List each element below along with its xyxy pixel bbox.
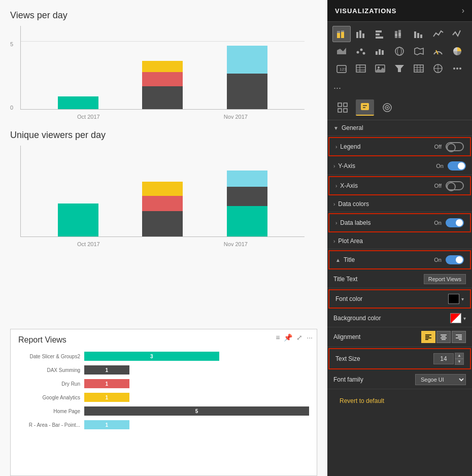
revert-section: Revert to default: [327, 389, 472, 413]
viz-icon-card[interactable]: 123: [332, 60, 351, 77]
more-viz-icons[interactable]: ···: [327, 81, 472, 95]
font-color-dropdown[interactable]: ▾: [461, 296, 464, 302]
chevron-general: ▼: [333, 125, 339, 131]
align-center-btn[interactable]: [436, 331, 451, 343]
viz-icon-more[interactable]: [448, 60, 466, 77]
tab-analytics[interactable]: [378, 99, 396, 116]
tab-format[interactable]: [356, 99, 374, 116]
viz-panel-collapse[interactable]: ›: [462, 6, 464, 15]
report-bar-row-6: R - Area - Bar - Point... 1: [18, 419, 309, 430]
section-y-axis[interactable]: › Y-Axis On: [327, 157, 472, 175]
font-family-select[interactable]: Segoe UI Arial Calibri: [415, 374, 466, 385]
report-pin-icon[interactable]: 📌: [284, 333, 292, 342]
font-color-box: [448, 294, 459, 304]
bar-label-5: Home Page: [18, 409, 84, 414]
viz-icon-globe2[interactable]: [429, 60, 447, 77]
viz-icon-stacked-bar[interactable]: [332, 26, 351, 42]
toggle-title[interactable]: [446, 255, 464, 264]
svg-rect-29: [356, 65, 365, 72]
viz-icon-line[interactable]: [429, 26, 447, 42]
section-data-colors[interactable]: › Data colors: [327, 196, 472, 212]
svg-rect-4: [356, 32, 358, 38]
viz-icon-funnel[interactable]: [390, 60, 409, 77]
report-expand-icon[interactable]: ⤢: [296, 333, 302, 342]
svg-rect-51: [361, 103, 369, 110]
svg-rect-50: [344, 109, 347, 112]
text-size-input[interactable]: [433, 353, 454, 364]
svg-point-25: [397, 47, 401, 55]
bar-label-4: Google Analytics: [18, 395, 84, 400]
svg-point-46: [459, 67, 461, 70]
align-right-btn[interactable]: [452, 331, 466, 343]
stepper-down[interactable]: ▼: [455, 359, 464, 365]
chart2-title: Unique viewers per day: [10, 130, 317, 141]
report-more-icon[interactable]: ···: [307, 333, 313, 342]
font-color-picker[interactable]: ▾: [448, 294, 464, 304]
section-legend[interactable]: › Legend Off: [328, 137, 471, 156]
viz-icon-hbar[interactable]: [371, 26, 389, 42]
report-filter-icon[interactable]: ≡: [276, 333, 280, 342]
viz-icon-column[interactable]: [410, 26, 428, 42]
viz-icon-scatter[interactable]: [352, 43, 370, 59]
bar-track-5: 5: [84, 406, 309, 416]
report-bar-row-2: DAX Summing 1: [18, 364, 309, 376]
svg-marker-35: [395, 65, 404, 72]
bar-label-3: Dry Run: [18, 381, 84, 387]
section-title[interactable]: ▲ Title On: [328, 250, 471, 269]
svg-marker-17: [337, 48, 346, 54]
bar-label-1: Date Slicer & Groups2: [18, 354, 84, 359]
viz-icon-globe[interactable]: [390, 43, 409, 59]
svg-rect-22: [379, 49, 381, 55]
svg-rect-0: [337, 33, 340, 38]
bg-color-dropdown[interactable]: ▾: [463, 316, 466, 321]
alignment-row: Alignment: [327, 327, 472, 347]
toggle-data-labels[interactable]: [446, 218, 464, 227]
svg-rect-11: [395, 34, 397, 36]
title-text-row: Title Text Report Views: [327, 270, 472, 288]
viz-icon-stacked-bar2[interactable]: [390, 26, 409, 42]
viz-icon-matrix[interactable]: [410, 60, 428, 77]
svg-point-44: [453, 67, 455, 70]
viz-icon-map[interactable]: [410, 43, 428, 59]
bar-value-3: 1: [106, 381, 109, 387]
bg-color-row: Background color ▾: [327, 310, 472, 327]
title-text-input[interactable]: Report Views: [424, 274, 466, 284]
chevron-title: ▲: [335, 257, 341, 263]
viz-icon-waterfall[interactable]: [371, 43, 389, 59]
viz-icon-pie[interactable]: [448, 43, 466, 59]
report-bar-row-3: Dry Run 1: [18, 378, 309, 389]
revert-to-default-btn[interactable]: Revert to default: [333, 393, 466, 409]
font-family-picker[interactable]: Segoe UI Arial Calibri: [415, 374, 466, 385]
viz-icon-line2[interactable]: [448, 26, 466, 42]
svg-rect-36: [414, 65, 423, 72]
section-x-axis[interactable]: › X-Axis Off: [328, 176, 471, 195]
chevron-legend: ›: [335, 144, 337, 150]
section-data-labels[interactable]: › Data labels On: [328, 213, 471, 232]
viz-icon-gauge[interactable]: [429, 43, 447, 59]
svg-rect-6: [362, 33, 364, 38]
section-plot-area[interactable]: › Plot Area: [327, 233, 472, 249]
bar-value-2: 1: [106, 367, 109, 373]
viz-tab-row: [327, 95, 472, 120]
tab-fields[interactable]: [333, 99, 352, 116]
stepper-up[interactable]: ▲: [455, 353, 464, 359]
toggle-x-axis[interactable]: [446, 181, 464, 190]
bg-color-picker[interactable]: ▾: [450, 313, 466, 323]
svg-point-24: [395, 47, 403, 55]
x-label-nov2017-c2: Nov 2017: [224, 241, 248, 247]
svg-rect-8: [376, 33, 380, 36]
toggle-y-axis[interactable]: [448, 161, 466, 171]
viz-icon-bar[interactable]: [352, 26, 370, 42]
chevron-y-axis: ›: [333, 163, 335, 169]
chart-views-per-day: Views per day 5 0: [10, 10, 317, 120]
viz-icon-image[interactable]: [371, 60, 389, 77]
align-left-btn[interactable]: [421, 331, 435, 343]
svg-point-34: [378, 66, 380, 69]
section-general[interactable]: ▼ General: [327, 120, 472, 136]
viz-icon-area[interactable]: [332, 43, 351, 59]
chevron-x-axis: ›: [335, 183, 337, 189]
viz-icon-table[interactable]: [352, 60, 370, 77]
svg-rect-3: [341, 30, 344, 32]
x-label-oct2017: Oct 2017: [77, 114, 100, 120]
toggle-legend[interactable]: [446, 142, 464, 151]
